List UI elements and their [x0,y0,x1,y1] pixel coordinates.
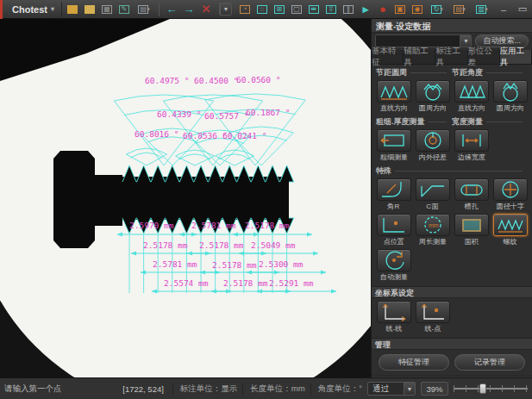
tab-辅助工具[interactable]: 辅助工具 [404,50,435,64]
caliper-button[interactable]: ⇹ [306,2,322,16]
thickness-icon [377,129,411,152]
tool-button-label: 点位置 [383,237,404,246]
point-position-icon [377,214,411,236]
tool-button-label: 线-点 [424,324,441,334]
grid-button[interactable]: ⊞ [272,2,287,16]
display-button[interactable]: ▥▾ [472,2,492,16]
snapshot-button[interactable]: ▣ [392,2,408,16]
tool-button-area[interactable]: 面积 [452,214,491,247]
tool-button-angle-circle[interactable]: 圆周方向 [491,80,529,114]
app-menu-button[interactable]: Chotest ▾ [5,2,62,17]
template-combobox[interactable]: ▼ [219,3,232,16]
status-bar: 请输入第一个点 [1722, 524] 标注单位：显示 长度单位：mm 角度单位… [0,377,532,399]
maximize-button[interactable]: ▭ [514,2,531,16]
auto-measure-icon [377,249,411,271]
zoom-icon: ◌ [257,5,267,14]
tool-button-edge-width[interactable]: 边缘宽度 [452,129,491,163]
find-image-button[interactable]: ◔ [237,2,253,16]
chevron-down-icon[interactable]: ▼ [220,3,231,15]
button-记录管理[interactable]: 记录管理 [454,354,525,371]
length-measurement-label: 2.5049 mm [251,240,296,250]
tab-形位公差[interactable]: 形位公差 [468,50,500,64]
rotate-button[interactable]: ↻▾ [427,2,448,16]
tool-button-auto-measure[interactable]: 自动测量 [374,249,413,283]
record-button[interactable]: ● [375,2,391,16]
panel-title: 测量-设定数据 [372,19,532,33]
edge-width-icon [454,129,489,152]
tool-button-label: 角R [388,202,400,211]
delete-icon: ✕ [202,3,211,16]
snapshot-icon: ▣ [395,5,405,14]
tab-应用工具[interactable]: 应用工具 [500,50,532,64]
manage-buttons: 特征管理记录管理 [374,352,529,373]
panel-tabs: 基本特征辅助工具标注工具形位公差应用工具 [372,50,532,65]
play-icon: ▸ [363,3,369,16]
c-face-icon [416,178,450,201]
save-button[interactable]: ▤▾ [134,2,154,16]
tool-button-label: 面积 [464,237,478,246]
tool-button-perimeter[interactable]: mm 周长测量 [413,214,452,247]
toolbar: Chotest ▾ ▦✎▤▾ ←→✕ ▼ ◔◌⊞▢⇹⇳∥▸●▣◉↻▾▤▾▥▾ –… [0,0,532,19]
tool-button-inner-outer-diameter[interactable]: 内外径差 [413,129,452,163]
tool-button-point-position[interactable]: 点位置 [374,214,413,247]
open-file-icon [84,5,95,14]
chevron-down-icon[interactable]: ▼ [404,383,415,395]
target-button[interactable]: ◉ [410,2,425,16]
judge-combobox[interactable]: 通过 ▼ [367,382,416,396]
play-button[interactable]: ▸ [358,2,373,16]
cursor-coordinates: [1722, 524] [122,384,164,394]
layers-button[interactable]: ▤▾ [449,2,470,16]
tool-button-grid: 粗细测量 内外径差 边缘宽度 [374,128,529,164]
zoom-slider-handle[interactable] [479,383,486,394]
measurement-canvas[interactable]: 60.4975 °60.4500 °60.0560 °60.4339 °60.5… [0,19,371,377]
tool-button-line-line[interactable]: 线-线 [374,301,413,334]
tool-button-line-point[interactable]: 线-点 [413,301,452,334]
zoom-button[interactable]: ◌ [254,2,270,16]
perimeter-icon: mm [416,214,450,236]
slot-icon [454,178,489,201]
slider-tick [514,385,515,392]
length-measurement-label: 2.5178 mm [245,221,290,230]
new-file-button[interactable] [65,2,80,16]
tool-button-pitch-line[interactable]: 直线方向 [374,80,413,114]
toolbar-accent [0,0,3,19]
section-header: 节距角度 [452,67,528,78]
tool-button-angle-line[interactable]: 直线方向 [452,80,491,114]
zoom-slider[interactable] [454,382,528,396]
tool-button-grid: 角R C面 槽孔 圆径十字 点位置mm 周长测量 面积 螺纹 自动测量 [374,178,529,284]
tab-基本特征[interactable]: 基本特征 [372,50,404,64]
edit-button[interactable]: ✎ [116,2,132,16]
tool-button-pitch-circle[interactable]: 圆周方向 [413,80,452,114]
tool-button-label: 直线方向 [457,103,485,113]
minimize-button[interactable]: – [495,2,512,16]
delete-button[interactable]: ✕ [198,2,214,16]
tool-button-slot[interactable]: 槽孔 [452,178,491,212]
app-menu-label: Chotest [12,4,47,15]
zoom-percent: 39% [421,382,448,396]
back-arrow-button[interactable]: ← [164,2,179,16]
status-hint: 请输入第一个点 [4,383,117,395]
tool-button-corner-r[interactable]: 角R [374,178,413,212]
tool-button-label: 自动测量 [379,272,407,282]
monitor-button[interactable]: ▢ [289,2,304,16]
open-file-button[interactable] [82,2,97,16]
forward-arrow-button[interactable]: → [181,2,197,16]
section-header: 粗细.厚度测量 [376,116,452,128]
angle-measurement-label: 60.4339 ° [157,109,201,119]
line-line-icon [377,301,411,323]
height-gauge-button[interactable]: ⇳ [323,2,339,16]
tool-button-thickness[interactable]: 粗细测量 [374,129,413,163]
angle-unit-label: 角度单位：° [310,383,362,395]
export-button[interactable]: ▦ [99,2,115,16]
zoom-slider-track[interactable] [454,388,528,390]
barcode-button[interactable]: ∥ [341,2,356,16]
button-特征管理[interactable]: 特征管理 [379,354,449,371]
tab-标注工具[interactable]: 标注工具 [435,50,467,64]
chevron-down-icon: ▾ [440,6,443,13]
tool-button-c-face[interactable]: C面 [413,178,452,212]
tool-button-label: 直线方向 [379,103,407,113]
group-header-coordinate-system: 坐标系设定 [372,286,532,298]
tool-button-thread[interactable]: 螺纹 [491,214,529,247]
tool-button-circle-cross[interactable]: 圆径十字 [491,178,529,212]
angle-measurement-label: 60.4975 ° [145,76,189,85]
